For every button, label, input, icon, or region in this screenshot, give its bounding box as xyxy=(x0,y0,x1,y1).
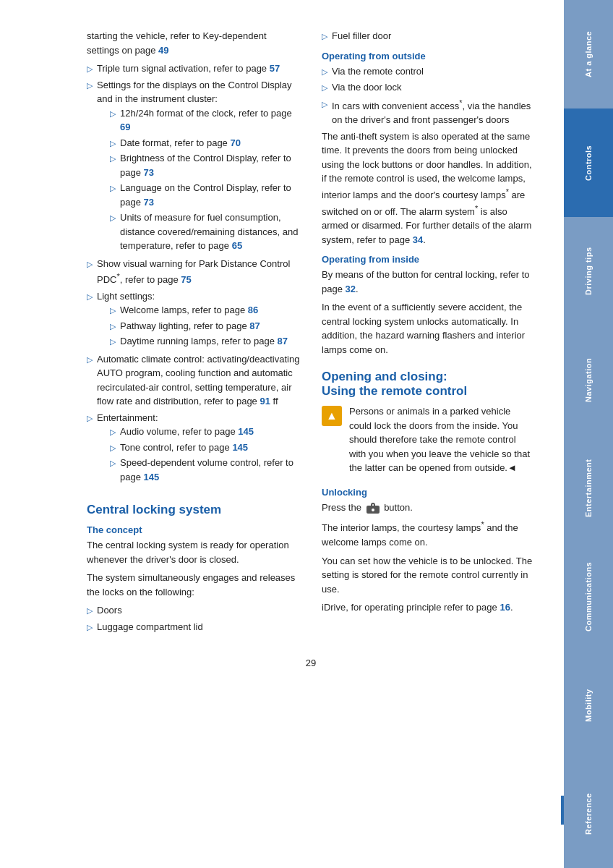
bullet-arrow: ▷ xyxy=(110,153,116,165)
svg-point-2 xyxy=(372,509,374,511)
set-unlock-text: You can set how the vehicle is to be unl… xyxy=(322,554,535,597)
sub-item-language: ▷ Language on the Control Display, refer… xyxy=(110,181,300,209)
list-item-pdc: ▷ Show visual warning for Park Distance … xyxy=(87,257,300,287)
central-locking-heading: Central locking system xyxy=(87,503,300,517)
opening-closing-heading: Opening and closing:Using the remote con… xyxy=(322,370,535,399)
concept-heading: The concept xyxy=(87,524,300,535)
bullet-arrow: ▷ xyxy=(87,621,93,634)
operating-inside-text1: By means of the button for central locki… xyxy=(322,268,535,296)
list-item-remote: ▷ Via the remote control xyxy=(322,64,535,79)
unlock-button-icon xyxy=(366,503,380,514)
operating-outside-heading: Operating from outside xyxy=(322,51,535,61)
fuel-list: ▷ Fuel filler door xyxy=(322,29,535,43)
intro-text: starting the vehicle, refer to Key-depen… xyxy=(87,29,300,57)
warning-text: Persons or animals in a parked vehicle c… xyxy=(349,404,535,475)
bullet-arrow: ▷ xyxy=(110,305,116,317)
list-item-displays: ▷ Settings for the displays on the Contr… xyxy=(87,78,300,255)
sidebar-tab-navigation[interactable]: Navigation xyxy=(564,326,613,434)
left-column: starting the vehicle, refer to Key-depen… xyxy=(87,29,300,636)
page-link-57[interactable]: 57 xyxy=(270,63,280,74)
list-item-fuel: ▷ Fuel filler door xyxy=(322,29,535,43)
lights-sub-list: ▷ Welcome lamps, refer to page 86 ▷ Path… xyxy=(110,303,288,349)
sub-item-welcome-lamps: ▷ Welcome lamps, refer to page 86 xyxy=(110,303,288,318)
bullet-arrow: ▷ xyxy=(87,258,93,271)
sidebar: At a glance Controls Driving tips Naviga… xyxy=(564,0,613,868)
concept-text1: The central locking system is ready for … xyxy=(87,538,300,566)
page-number: 29 xyxy=(87,658,535,668)
sub-item-tone: ▷ Tone control, refer to page 145 xyxy=(110,441,300,455)
bullet-arrow: ▷ xyxy=(87,63,93,75)
anti-theft-text: The anti-theft system is also operated a… xyxy=(322,129,535,247)
list-item-door-lock: ▷ Via the door lock xyxy=(322,80,535,95)
sidebar-tab-controls[interactable]: Controls xyxy=(564,109,613,217)
bullet-arrow: ▷ xyxy=(110,457,116,469)
bullet-arrow: ▷ xyxy=(110,212,116,224)
sub-item-speed-volume: ▷ Speed-dependent volume control, refer … xyxy=(110,456,300,484)
bullet-arrow: ▷ xyxy=(110,182,116,195)
list-item-luggage: ▷ Luggage compartment lid xyxy=(87,620,300,634)
sub-item-brightness: ▷ Brightness of the Control Display, ref… xyxy=(110,151,300,179)
bullet-arrow: ▷ xyxy=(87,291,93,303)
list-item-entertainment: ▷ Entertainment: ▷ Audio volume, refer t… xyxy=(87,411,300,486)
warning-box: ▲ Persons or animals in a parked vehicle… xyxy=(322,404,535,480)
operating-outside-list: ▷ Via the remote control ▷ Via the door … xyxy=(322,64,535,127)
list-item-climate: ▷ Automatic climate control: activating/… xyxy=(87,352,300,409)
bullet-arrow: ▷ xyxy=(110,336,116,348)
list-item-turn-signal: ▷ Triple turn signal activation, refer t… xyxy=(87,61,300,76)
bullet-arrow: ▷ xyxy=(322,98,327,111)
sidebar-tab-reference[interactable]: Reference xyxy=(564,760,613,868)
concept-text2: The system simultaneously engages and re… xyxy=(87,571,300,599)
sidebar-tab-communications[interactable]: Communications xyxy=(564,542,613,651)
idrive-text: iDrive, for operating principle refer to… xyxy=(322,600,535,615)
list-item-lights: ▷ Light settings: ▷ Welcome lamps, refer… xyxy=(87,289,300,350)
fuel-filler-text: Fuel filler door xyxy=(332,29,391,43)
bullet-arrow: ▷ xyxy=(110,108,116,120)
bullet-arrow: ▷ xyxy=(110,137,116,150)
central-locking-section: Central locking system The concept The c… xyxy=(87,503,300,634)
page-link-49[interactable]: 49 xyxy=(158,45,168,56)
sub-item-date: ▷ Date format, refer to page 70 xyxy=(110,136,300,150)
sidebar-tab-at-a-glance[interactable]: At a glance xyxy=(564,0,613,109)
bullet-arrow: ▷ xyxy=(110,442,116,454)
sub-item-audio: ▷ Audio volume, refer to page 145 xyxy=(110,425,300,439)
bullet-arrow: ▷ xyxy=(110,320,116,333)
sub-item-daytime: ▷ Daytime running lamps, refer to page 8… xyxy=(110,334,288,349)
warning-icon: ▲ xyxy=(322,406,342,426)
sub-item-clock: ▷ 12h/24h format of the clock, refer to … xyxy=(110,106,300,135)
sidebar-tab-driving-tips[interactable]: Driving tips xyxy=(564,217,613,326)
sub-item-units: ▷ Units of measure for fuel consumption,… xyxy=(110,210,300,253)
press-button-text: Press the button. xyxy=(322,501,535,515)
bullet-arrow: ▷ xyxy=(110,426,116,438)
page-indicator xyxy=(561,796,564,825)
bullet-arrow: ▷ xyxy=(322,82,327,94)
list-item-doors: ▷ Doors xyxy=(87,603,300,618)
sidebar-tab-mobility[interactable]: Mobility xyxy=(564,651,613,760)
bullet-arrow: ▷ xyxy=(87,354,93,366)
sub-item-pathway: ▷ Pathway lighting, refer to page 87 xyxy=(110,319,288,333)
bullet-arrow: ▷ xyxy=(322,66,327,78)
operating-inside-heading: Operating from inside xyxy=(322,254,535,265)
main-content: starting the vehicle, refer to Key-depen… xyxy=(0,0,564,868)
list-item-convenient-access: ▷ In cars with convenient access*, via t… xyxy=(322,97,535,127)
locks-list: ▷ Doors ▷ Luggage compartment lid xyxy=(87,603,300,634)
entertainment-sub-list: ▷ Audio volume, refer to page 145 ▷ Tone… xyxy=(110,425,300,484)
settings-list: ▷ Triple turn signal activation, refer t… xyxy=(87,61,300,485)
bullet-arrow: ▷ xyxy=(87,412,93,425)
two-column-layout: starting the vehicle, refer to Key-depen… xyxy=(87,29,535,636)
bullet-arrow: ▷ xyxy=(87,80,93,92)
right-column: ▷ Fuel filler door Operating from outsid… xyxy=(322,29,535,636)
bullet-arrow: ▷ xyxy=(87,605,93,617)
sidebar-tab-entertainment[interactable]: Entertainment xyxy=(564,434,613,542)
bullet-arrow: ▷ xyxy=(322,30,327,43)
operating-inside-text2: In the event of a sufficiently severe ac… xyxy=(322,300,535,357)
display-sub-list: ▷ 12h/24h format of the clock, refer to … xyxy=(110,106,300,253)
interior-lamps-text: The interior lamps, the courtesy lamps* … xyxy=(322,519,535,549)
unlocking-heading: Unlocking xyxy=(322,487,535,498)
